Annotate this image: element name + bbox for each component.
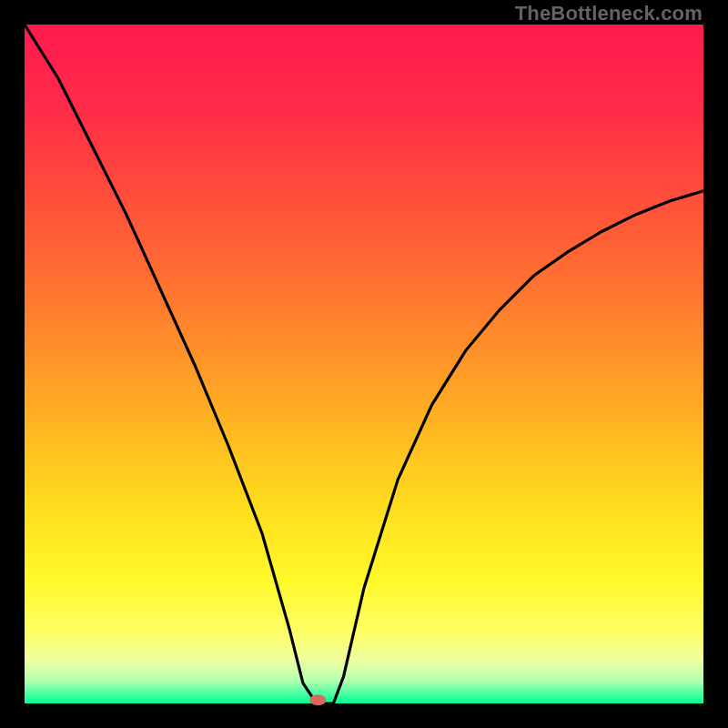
chart-frame: TheBottleneck.com (0, 0, 728, 728)
plot-background (25, 25, 703, 703)
bottleneck-chart (0, 0, 728, 728)
optimal-marker (309, 694, 326, 705)
